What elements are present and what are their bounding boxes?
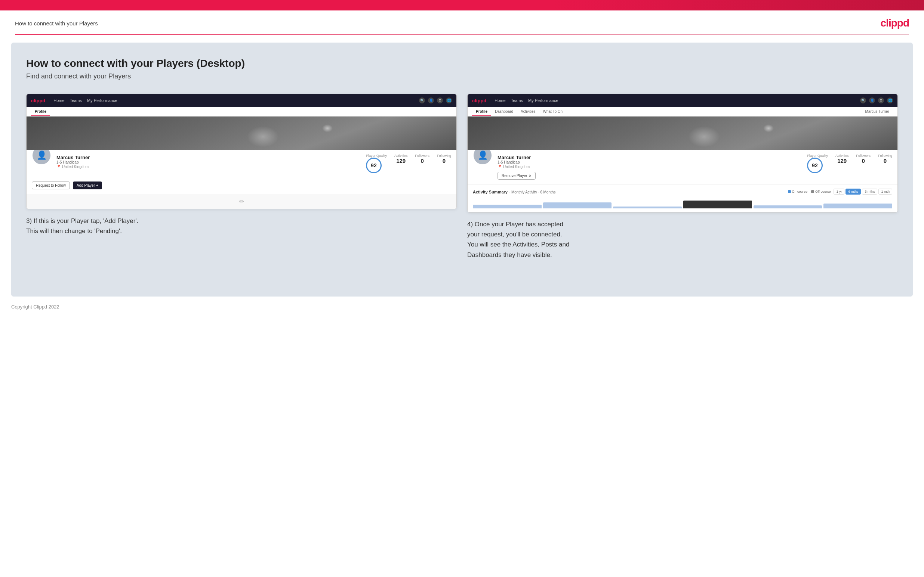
quality-label-right: Player Quality	[807, 154, 828, 158]
search-icon-right[interactable]: 🔍	[860, 97, 866, 103]
app-logo-right: clippd	[472, 98, 486, 103]
activities-value-right: 129	[837, 158, 846, 164]
golf-pattern-left	[27, 116, 456, 150]
search-icon[interactable]: 🔍	[419, 97, 425, 103]
app-nav-right: clippd Home Teams My Performance 🔍 👤 ⚙ 🌐	[468, 94, 897, 107]
nav-myperformance-left: My Performance	[87, 98, 117, 103]
nav-home-right: Home	[494, 98, 506, 103]
settings-icon-right[interactable]: ⚙	[878, 97, 884, 103]
profile-details-left: Marcus Turner 1-5 Handicap 📍 United King…	[57, 154, 361, 169]
app-nav-left: clippd Home Teams My Performance 🔍 👤 ⚙ 🌐	[27, 94, 456, 107]
player-name-right: Marcus Turner	[498, 155, 802, 160]
screenshot-block-right: clippd Home Teams My Performance 🔍 👤 ⚙ 🌐…	[467, 94, 898, 260]
top-bar	[0, 0, 924, 10]
activity-period-text: Monthly Activity · 6 Months	[511, 190, 556, 194]
screenshot-block-left: clippd Home Teams My Performance 🔍 👤 ⚙ 🌐…	[26, 94, 457, 260]
globe-icon-right[interactable]: 🌐	[887, 97, 893, 103]
tab-activities-right[interactable]: Activities	[517, 107, 539, 116]
globe-icon[interactable]: 🌐	[446, 97, 452, 103]
nav-teams-right: Teams	[511, 98, 523, 103]
tab-dashboard-right[interactable]: Dashboard	[491, 107, 517, 116]
profile-info-bar-right: 👤 Marcus Turner 1-5 Handicap 📍 United Ki…	[468, 150, 897, 184]
activity-summary-bar: Activity Summary · Monthly Activity · 6 …	[468, 184, 897, 212]
player-name-left: Marcus Turner	[57, 155, 361, 160]
stat-activities-right: Activities 129	[835, 154, 849, 164]
profile-info-bar-left: 👤 Marcus Turner 1-5 Handicap 📍 United Ki…	[27, 150, 456, 178]
user-icon[interactable]: 👤	[428, 97, 434, 103]
followers-label-left: Followers	[415, 154, 430, 158]
screenshots-row: clippd Home Teams My Performance 🔍 👤 ⚙ 🌐…	[26, 94, 898, 260]
chart-bar-6	[824, 203, 892, 208]
page-header: How to connect with your Players clippd	[0, 10, 924, 34]
stat-followers-left: Followers 0	[415, 154, 430, 164]
profile-actions-left: Request to Follow Add Player +	[27, 182, 456, 194]
stat-activities-left: Activities 129	[394, 154, 408, 164]
settings-icon[interactable]: ⚙	[437, 97, 443, 103]
activities-label-right: Activities	[835, 154, 849, 158]
app-tabs-right: Profile Dashboard Activities What To On …	[468, 107, 897, 116]
player-select-right[interactable]: Marcus Turner	[865, 110, 893, 114]
activities-label-left: Activities	[394, 154, 408, 158]
legend-off-course: Off course	[811, 190, 830, 193]
period-1mth-btn[interactable]: 1 mth	[879, 189, 892, 195]
edit-icon-left: ✏	[239, 198, 244, 205]
chart-bar-5	[754, 205, 822, 208]
following-value-left: 0	[443, 158, 446, 164]
quality-circle-left: 92	[366, 158, 382, 173]
copyright-text: Copyright Clippd 2022	[11, 304, 60, 309]
add-player-button[interactable]: Add Player +	[73, 182, 102, 189]
app-nav-icons-left: 🔍 👤 ⚙ 🌐	[419, 97, 452, 103]
screenshot-frame-left: clippd Home Teams My Performance 🔍 👤 ⚙ 🌐…	[26, 94, 457, 209]
stat-quality-left: Player Quality 92	[366, 154, 387, 173]
nav-home-left: Home	[53, 98, 64, 103]
nav-teams-left: Teams	[70, 98, 82, 103]
profile-stats-right: Player Quality 92 Activities 129 Followe…	[807, 154, 892, 173]
player-handicap-left: 1-5 Handicap	[57, 160, 361, 164]
request-to-follow-button[interactable]: Request to Follow	[32, 182, 70, 189]
followers-label-right: Followers	[856, 154, 871, 158]
chart-bar-1	[473, 205, 542, 208]
chart-bar-2	[543, 202, 612, 208]
chart-bar-4	[683, 201, 752, 208]
location-icon-left: 📍	[57, 165, 61, 169]
clippd-logo: clippd	[880, 17, 909, 29]
followers-value-right: 0	[862, 158, 865, 164]
activities-value-left: 129	[396, 158, 405, 164]
golf-pattern-right	[468, 116, 897, 150]
tab-profile-right[interactable]: Profile	[472, 107, 491, 116]
user-icon-right[interactable]: 👤	[869, 97, 875, 103]
following-label-left: Following	[437, 154, 451, 158]
avatar-icon-left: 👤	[37, 150, 47, 160]
screenshot-bottom-left: ✏	[27, 194, 456, 209]
app-nav-icons-right: 🔍 👤 ⚙ 🌐	[860, 97, 893, 103]
main-subtitle: Find and connect with your Players	[26, 73, 898, 80]
period-buttons: 1 yr 6 mths 3 mths 1 mth	[834, 189, 892, 195]
tab-profile-left[interactable]: Profile	[31, 107, 50, 116]
period-3mths-btn[interactable]: 3 mths	[862, 189, 877, 195]
followers-value-left: 0	[421, 158, 424, 164]
quality-label-left: Player Quality	[366, 154, 387, 158]
page-header-title: How to connect with your Players	[15, 20, 98, 26]
player-location-right: 📍 United Kingdom	[498, 165, 802, 169]
page-footer: Copyright Clippd 2022	[0, 304, 924, 316]
app-logo-left: clippd	[31, 98, 45, 103]
period-6mths-btn[interactable]: 6 mths	[845, 189, 861, 195]
player-handicap-right: 1-5 Handicap	[498, 160, 802, 164]
chart-bar-3	[613, 206, 682, 208]
profile-details-right: Marcus Turner 1-5 Handicap 📍 United King…	[498, 154, 802, 180]
stat-quality-right: Player Quality 92	[807, 154, 828, 173]
following-value-right: 0	[884, 158, 887, 164]
profile-stats-left: Player Quality 92 Activities 129 Followe…	[366, 154, 451, 173]
activity-legend: On course Off course	[788, 190, 831, 193]
stat-following-right: Following 0	[878, 154, 892, 164]
main-content: How to connect with your Players (Deskto…	[11, 43, 913, 297]
tab-whattoon-right[interactable]: What To On	[540, 107, 567, 116]
legend-dot-on	[788, 190, 791, 193]
caption-4: 4) Once your Player has accepted your re…	[467, 219, 898, 260]
profile-hero-left	[27, 116, 456, 150]
player-location-left: 📍 United Kingdom	[57, 165, 361, 169]
remove-player-button[interactable]: Remove Player ✕	[498, 172, 536, 180]
period-1yr-btn[interactable]: 1 yr	[834, 189, 844, 195]
legend-on-course: On course	[788, 190, 808, 193]
stat-followers-right: Followers 0	[856, 154, 871, 164]
